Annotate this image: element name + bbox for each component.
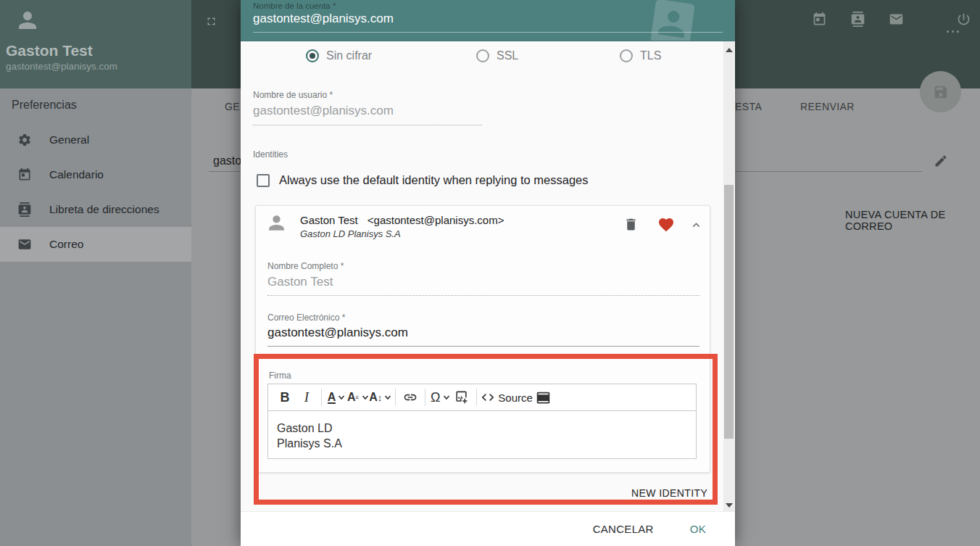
sidebar-item-label: Calendario xyxy=(49,168,104,181)
tab-general-partial[interactable]: GE xyxy=(225,101,240,112)
checkbox-label: Always use the default identity when rep… xyxy=(279,173,589,187)
gear-icon xyxy=(17,133,32,147)
signature-editor[interactable]: Gaston LD Planisys S.A xyxy=(267,410,697,459)
signature-editor-toolbar: B I A A≡ A↕ Ω Source xyxy=(267,384,697,411)
webmail-preferences-screen: Gaston Test gastontest@planisys.com Pref… xyxy=(0,0,980,546)
username-underline xyxy=(253,125,482,125)
radio-icon xyxy=(476,49,489,62)
cancel-button[interactable]: CANCELAR xyxy=(593,523,654,535)
signature-line: Planisys S.A xyxy=(277,436,687,451)
identity-avatar-icon xyxy=(265,212,288,234)
topbar-icons xyxy=(812,12,971,27)
radio-icon xyxy=(306,49,319,62)
preferences-sidebar: Preferencias General Calendario Libreta … xyxy=(0,88,191,546)
logout-power-icon[interactable] xyxy=(956,12,971,27)
fullscreen-icon[interactable] xyxy=(205,15,217,27)
identity-email-underline xyxy=(267,346,699,347)
identity-title: Gaston Test<gastontest@planisys.com> xyxy=(300,214,504,226)
username-label: Nombre de usuario * xyxy=(253,90,333,100)
radio-icon xyxy=(620,49,633,62)
sidebar-item-libreta[interactable]: Libreta de direcciones xyxy=(0,192,191,227)
overflow-dots-icon xyxy=(947,30,959,33)
edit-pencil-icon[interactable] xyxy=(934,154,948,168)
sidebar-user-header: Gaston Test gastontest@planisys.com xyxy=(0,0,191,88)
mail-icon xyxy=(17,237,32,252)
account-input-underline xyxy=(209,171,241,172)
full-name-input[interactable]: Gaston Test xyxy=(267,275,333,289)
user-email: gastontest@planisys.com xyxy=(6,61,117,72)
scroll-down-arrow[interactable] xyxy=(726,503,733,508)
font-color-button[interactable]: A xyxy=(325,386,347,408)
html-embed-button[interactable] xyxy=(533,386,555,408)
sidebar-item-label: Correo xyxy=(49,238,83,251)
mail-account-dialog: Nombre de la cuenta * gastontest@planisy… xyxy=(241,0,735,546)
user-display-name: Gaston Test xyxy=(6,42,93,59)
contact-badge-watermark-icon xyxy=(643,0,702,41)
sidebar-heading: Preferencias xyxy=(12,99,77,112)
calendar-icon xyxy=(17,167,32,182)
full-name-underline xyxy=(267,295,699,296)
dialog-actions: CANCELAR OK xyxy=(241,511,735,546)
account-name-input[interactable]: gastontest@planisys.com xyxy=(253,12,394,26)
identity-email-label: Correo Electrónico * xyxy=(267,313,345,323)
signature-label: Firma xyxy=(269,371,291,381)
identity-display-email: <gastontest@planisys.com> xyxy=(368,214,504,226)
italic-button[interactable]: I xyxy=(296,386,317,408)
sidebar-item-label: Libreta de direcciones xyxy=(49,203,159,216)
sidebar-item-correo[interactable]: Correo xyxy=(0,227,191,262)
font-family-button[interactable]: A≡ xyxy=(347,386,369,408)
user-avatar-icon xyxy=(14,7,41,33)
new-mail-account-button[interactable]: NUEVA CUENTA DE CORREO xyxy=(845,209,980,232)
collapse-chevron-up-icon[interactable] xyxy=(689,218,703,232)
checkbox-icon xyxy=(257,174,270,187)
save-fab[interactable] xyxy=(920,71,961,112)
identity-organization: Gaston LD Planisys S.A xyxy=(300,228,401,239)
sidebar-item-calendario[interactable]: Calendario xyxy=(0,157,191,192)
dialog-scrollbar-thumb[interactable] xyxy=(724,185,734,439)
new-identity-button[interactable]: NEW IDENTITY xyxy=(621,481,718,505)
font-size-button[interactable]: A↕ xyxy=(369,386,391,408)
calendar-module-icon[interactable] xyxy=(812,12,827,27)
source-button[interactable]: Source xyxy=(481,386,533,408)
tab-reenviar[interactable]: REENVIAR xyxy=(800,101,855,112)
identity-email-input[interactable]: gastontest@planisys.com xyxy=(267,326,408,340)
radio-sin-cifrar[interactable]: Sin cifrar xyxy=(306,49,372,62)
bold-button[interactable]: B xyxy=(274,386,296,408)
identity-display-name: Gaston Test xyxy=(300,214,358,226)
identities-section-label: Identities xyxy=(253,149,288,160)
username-input[interactable]: gastontest@planisys.com xyxy=(253,104,394,118)
delete-identity-icon[interactable] xyxy=(623,217,639,232)
full-name-label: Nombre Completo * xyxy=(267,261,344,271)
account-name-label: Nombre de la cuenta * xyxy=(253,1,336,10)
sidebar-item-general[interactable]: General xyxy=(0,123,191,157)
identity-card: Gaston Test<gastontest@planisys.com> Gas… xyxy=(255,205,710,473)
contacts-module-icon[interactable] xyxy=(850,12,865,27)
floppy-save-icon xyxy=(933,84,949,100)
link-button[interactable] xyxy=(399,386,421,408)
signature-line: Gaston LD xyxy=(277,421,687,436)
tab-respuesta-partial[interactable]: ESTA xyxy=(735,101,762,112)
account-row-text: gasto xyxy=(213,154,241,167)
account-input-underline xyxy=(735,171,922,172)
ok-button[interactable]: OK xyxy=(690,523,706,535)
contacts-icon xyxy=(17,202,32,217)
sidebar-item-label: General xyxy=(49,133,89,146)
insert-image-button[interactable] xyxy=(451,386,473,408)
radio-ssl[interactable]: SSL xyxy=(476,49,518,62)
default-identity-heart-icon[interactable] xyxy=(657,216,675,233)
scroll-up-arrow[interactable] xyxy=(726,48,733,52)
radio-tls[interactable]: TLS xyxy=(620,49,661,62)
special-character-button[interactable]: Ω xyxy=(429,386,451,408)
default-identity-checkbox-row[interactable]: Always use the default identity when rep… xyxy=(257,173,589,187)
mail-module-icon[interactable] xyxy=(889,12,904,27)
dialog-header: Nombre de la cuenta * gastontest@planisy… xyxy=(241,0,735,41)
